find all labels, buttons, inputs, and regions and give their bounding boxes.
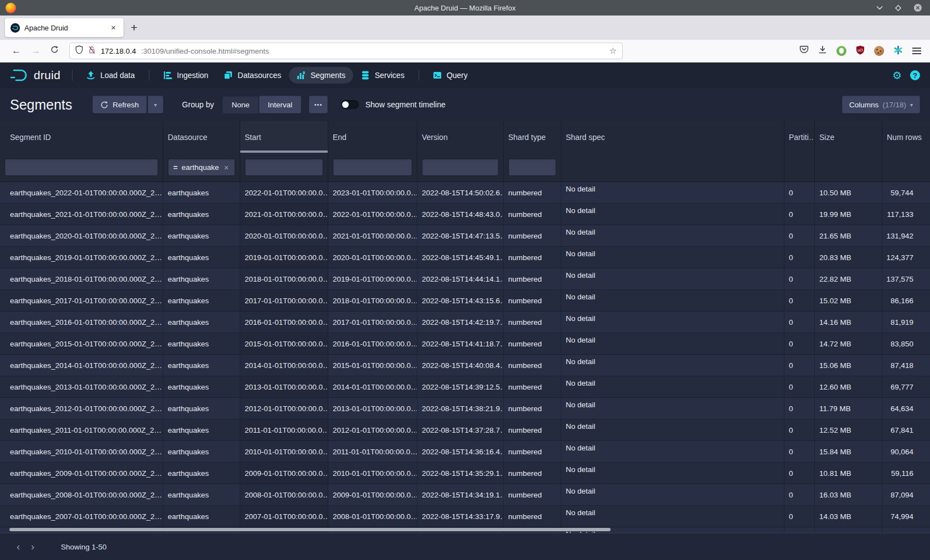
cell-id: earthquakes_2020-01-01T00:00:00.000Z_2…	[0, 225, 163, 246]
prev-page-icon[interactable]: ‹	[11, 541, 25, 553]
table-row[interactable]: earthquakes_2021-01-01T00:00:00.000Z_2…e…	[0, 204, 930, 225]
nav-label: Ingestion	[177, 71, 209, 80]
nav-label: Datasources	[237, 71, 281, 80]
table-row[interactable]: earthquakes_2016-01-01T00:00:00.000Z_2…e…	[0, 312, 930, 333]
cell-id: earthquakes_2018-01-01T00:00:00.000Z_2…	[0, 268, 163, 289]
tab-title: Apache Druid	[24, 24, 104, 32]
cell-size	[815, 527, 882, 533]
nav-item-datasources[interactable]: Datasources	[216, 67, 289, 84]
cell-num-rows: 81,919	[882, 312, 930, 333]
group-by-interval-button[interactable]: Interval	[259, 96, 301, 113]
table-row[interactable]: earthquakes_2019-01-01T00:00:00.000Z_2…e…	[0, 247, 930, 268]
segment-timeline-toggle[interactable]	[341, 100, 359, 109]
column-header-partition[interactable]: Partiti…	[784, 121, 815, 153]
filter-input-version[interactable]	[422, 159, 498, 175]
table-row[interactable]: earthquakes_2008-01-01T00:00:00.000Z_2…e…	[0, 484, 930, 506]
cell-version: 2022-08-15T14:50:02.6…	[417, 182, 504, 203]
group-by-none-button[interactable]: None	[223, 96, 258, 113]
column-header-start[interactable]: Start	[240, 121, 328, 153]
cell-datasource: earthquakes	[163, 268, 240, 289]
cell-end: 2013-01-01T00:00:00.0…	[328, 398, 417, 419]
privacy-badger-icon[interactable]	[836, 46, 846, 56]
nav-item-query[interactable]: Query	[425, 67, 476, 84]
filter-input-datasource[interactable]: = earthquake ×	[168, 159, 235, 175]
nav-item-ingestion[interactable]: Ingestion	[156, 67, 216, 84]
cell-num-rows: 124,377	[882, 247, 930, 268]
cell-shard-spec: No detail	[561, 290, 784, 311]
cell-datasource: earthquakes	[163, 355, 240, 376]
columns-button[interactable]: Columns (17/18) ▾	[842, 96, 920, 113]
cell-size: 22.82 MB	[815, 268, 882, 289]
column-header-size[interactable]: Size	[815, 121, 882, 153]
table-row[interactable]: earthquakes_2007-01-01T00:00:00.000Z_2…e…	[0, 506, 930, 527]
table-row[interactable]: earthquakes_2014-01-01T00:00:00.000Z_2…e…	[0, 355, 930, 376]
forward-icon[interactable]: →	[31, 45, 40, 56]
column-header-shard-type[interactable]: Shard type	[504, 121, 561, 153]
table-row[interactable]: earthquakes_2011-01-01T00:00:00.000Z_2…e…	[0, 419, 930, 441]
window-close-icon[interactable]	[913, 3, 922, 12]
column-header-datasource[interactable]: Datasource	[163, 121, 240, 153]
shield-icon[interactable]	[75, 45, 83, 56]
back-icon[interactable]: ←	[12, 45, 21, 56]
extension-asterisk-icon[interactable]	[893, 45, 903, 57]
help-icon[interactable]: ?	[910, 70, 920, 80]
column-header-version[interactable]: Version	[417, 121, 504, 153]
cookie-icon[interactable]	[874, 46, 884, 56]
table-row[interactable]: earthquakes_2020-01-01T00:00:00.000Z_2…e…	[0, 225, 930, 247]
table-row[interactable]: earthquakes_2012-01-01T00:00:00.000Z_2…e…	[0, 398, 930, 419]
cell-num-rows: 59,744	[882, 182, 930, 203]
filter-remove-icon[interactable]: ×	[224, 163, 229, 172]
chevron-down-icon: ▾	[910, 102, 913, 108]
table-row[interactable]: earthquakes_2017-01-01T00:00:00.000Z_2…e…	[0, 290, 930, 312]
datasources-icon	[224, 71, 232, 80]
url-bar[interactable]: 172.18.0.4:30109/unified-console.html#se…	[69, 43, 623, 59]
next-page-icon[interactable]: ›	[25, 541, 40, 553]
table-row[interactable]: earthquakes_2022-01-01T00:00:00.000Z_2…e…	[0, 182, 930, 204]
cell-num-rows: 64,634	[882, 398, 930, 419]
cell-shard-type: numbered	[504, 247, 561, 268]
insecure-lock-icon[interactable]	[88, 45, 96, 56]
table-row[interactable]: earthquakes_2013-01-01T00:00:00.000Z_2…e…	[0, 376, 930, 398]
pocket-icon[interactable]	[799, 45, 809, 56]
window-minimize-icon[interactable]	[876, 6, 883, 10]
column-header-segment-id[interactable]: Segment ID	[0, 121, 163, 153]
column-header-num-rows[interactable]: Num rows	[882, 121, 930, 153]
horizontal-scrollbar[interactable]	[9, 528, 611, 531]
settings-gear-icon[interactable]: ⚙	[892, 69, 902, 82]
bookmark-star-icon[interactable]: ☆	[609, 46, 617, 56]
window-maximize-icon[interactable]	[895, 4, 902, 12]
more-options-button[interactable]: •••	[309, 96, 328, 113]
refresh-dropdown-button[interactable]: ▾	[148, 96, 163, 113]
cell-start: 2017-01-01T00:00:00.0…	[240, 290, 328, 311]
table-row[interactable]: earthquakes_2015-01-01T00:00:00.000Z_2…e…	[0, 333, 930, 355]
cell-num-rows: 87,094	[882, 484, 930, 505]
cell-size: 15.02 MB	[815, 290, 882, 311]
column-header-shard-spec[interactable]: Shard spec	[561, 121, 784, 153]
filter-input-shard-type[interactable]	[509, 159, 556, 175]
cell-num-rows: 131,942	[882, 225, 930, 246]
menu-icon[interactable]	[912, 48, 921, 54]
column-header-end[interactable]: End	[328, 121, 417, 153]
new-tab-button[interactable]: +	[131, 21, 137, 34]
tab-close-icon[interactable]: ×	[108, 22, 119, 33]
tab-apache-druid[interactable]: Apache Druid ×	[5, 18, 123, 37]
druid-logo[interactable]: druid	[10, 68, 60, 82]
refresh-button[interactable]: Refresh	[92, 96, 147, 113]
table-row[interactable]: earthquakes_2009-01-01T00:00:00.000Z_2…e…	[0, 463, 930, 484]
cell-end: 2014-01-01T00:00:00.0…	[328, 376, 417, 397]
showing-range-label: Showing 1-50	[61, 543, 107, 551]
filter-input-segment-id[interactable]	[5, 159, 158, 175]
filter-input-end[interactable]	[333, 159, 412, 175]
cell-id: earthquakes_2017-01-01T00:00:00.000Z_2…	[0, 290, 163, 311]
nav-item-services[interactable]: Services	[353, 67, 412, 84]
cell-id: earthquakes_2021-01-01T00:00:00.000Z_2…	[0, 204, 163, 225]
cell-size: 10.50 MB	[815, 182, 882, 203]
table-row[interactable]: earthquakes_2010-01-01T00:00:00.000Z_2…e…	[0, 441, 930, 463]
ublock-icon[interactable]: uO	[856, 45, 865, 57]
nav-item-segments[interactable]: Segments	[289, 67, 353, 84]
reload-icon[interactable]	[50, 45, 59, 56]
downloads-icon[interactable]	[818, 45, 827, 56]
nav-item-load-data[interactable]: Load data	[79, 67, 142, 84]
table-row[interactable]: earthquakes_2018-01-01T00:00:00.000Z_2…e…	[0, 268, 930, 290]
filter-input-start[interactable]	[245, 159, 323, 175]
